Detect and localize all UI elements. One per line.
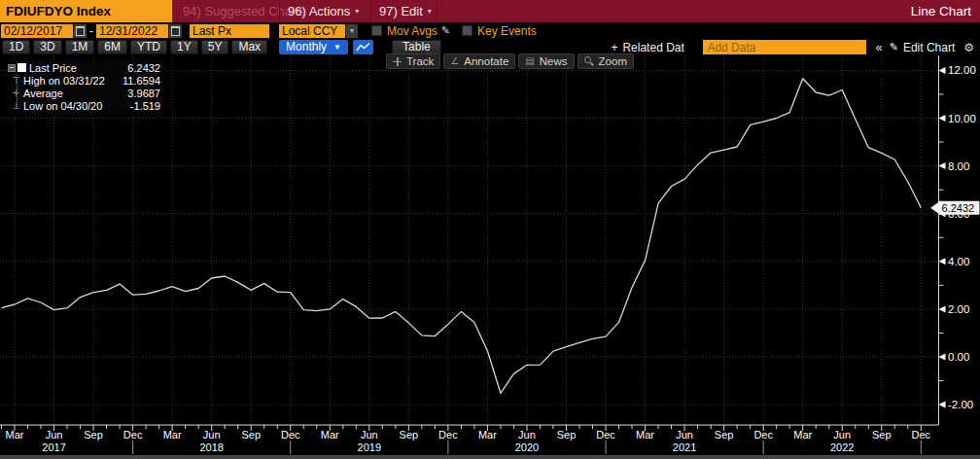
svg-text:Sep: Sep <box>872 429 892 441</box>
svg-text:0.00: 0.00 <box>948 351 969 363</box>
legend-tree-line <box>17 75 18 107</box>
date-to-input[interactable]: 12/31/2022 <box>96 24 168 38</box>
currency-dropdown-button[interactable]: ▼ <box>345 24 358 38</box>
range-button-5y[interactable]: 5Y <box>201 40 229 54</box>
gear-icon[interactable]: ⚙ <box>963 41 974 54</box>
line-chart-icon <box>356 42 370 53</box>
zoom-button[interactable]: Zoom <box>578 53 634 69</box>
edit-chart-label: Edit Chart <box>903 41 955 54</box>
key-events-label: Key Events <box>477 24 537 38</box>
legend-label: Low on 04/30/20 <box>23 100 130 112</box>
line-chart-toggle-button[interactable] <box>353 40 373 54</box>
legend-row: ⊤High on 03/31/2211.6594 <box>9 74 160 87</box>
svg-text:Sep: Sep <box>84 429 103 441</box>
menu-actions-label: 96) Actions <box>288 4 350 18</box>
legend-value: 3.9687 <box>127 88 160 99</box>
range-button-6m[interactable]: 6M <box>97 40 127 54</box>
svg-text:2019: 2019 <box>358 441 381 453</box>
range-button-3d[interactable]: 3D <box>33 40 61 54</box>
news-button[interactable]: ▤ News <box>518 53 574 69</box>
window-bottom-edge <box>0 455 980 459</box>
periodicity-label: Monthly <box>286 40 327 54</box>
collapse-panel-button[interactable]: « <box>875 40 882 54</box>
svg-text:Sep: Sep <box>400 429 419 441</box>
legend-label: Last Price <box>29 62 127 74</box>
svg-text:12.00: 12.00 <box>948 64 976 76</box>
menu-actions[interactable]: 96) Actions ▾ <box>288 4 359 18</box>
svg-text:Jun: Jun <box>518 429 536 441</box>
annotate-pencil-icon: ∠ <box>450 56 459 66</box>
svg-text:2017: 2017 <box>42 441 65 453</box>
svg-text:10.00: 10.00 <box>948 113 976 124</box>
security-ticker-field[interactable]: FDIUFDYO Index <box>0 0 172 22</box>
menu-divider <box>437 2 438 20</box>
legend-label: Average <box>23 88 127 99</box>
currency-select[interactable]: Local CCY <box>279 24 345 38</box>
price-field-input[interactable]: Last Px <box>190 24 269 38</box>
date-from-input[interactable]: 02/12/2017 <box>1 24 73 38</box>
calendar-button[interactable] <box>73 24 87 38</box>
chevron-down-icon: ▼ <box>333 40 341 54</box>
legend-row: +Average3.9687 <box>9 87 160 99</box>
svg-text:Mar: Mar <box>793 429 812 441</box>
svg-text:8.00: 8.00 <box>948 160 969 172</box>
legend-row: Last Price6.2432 <box>9 61 160 74</box>
legend-row: ⊥Low on 04/30/20-1.519 <box>9 99 160 112</box>
pencil-icon[interactable]: ✎ <box>441 24 450 37</box>
related-data-label: Related Dat <box>622 41 683 54</box>
svg-text:Jun: Jun <box>676 429 693 441</box>
chart-tools: Track ∠ Annotate ▤ News Zoom <box>386 53 634 69</box>
date-range-separator: - <box>89 24 93 38</box>
add-data-input[interactable] <box>703 40 866 54</box>
zoom-label: Zoom <box>599 55 627 67</box>
range-button-group: 1D3D1M6MYTD1Y5YMax <box>2 40 267 54</box>
range-button-max[interactable]: Max <box>231 40 267 54</box>
svg-text:Dec: Dec <box>123 429 143 441</box>
menu-edit-label: 97) Edit <box>379 4 423 18</box>
track-crosshair-icon <box>393 57 402 66</box>
table-button[interactable]: Table <box>392 40 441 54</box>
series-color-swatch <box>18 63 26 72</box>
calendar-button[interactable] <box>168 24 182 38</box>
range-button-1d[interactable]: 1D <box>2 40 30 54</box>
calendar-icon <box>76 26 85 36</box>
annotate-button[interactable]: ∠ Annotate <box>443 53 515 69</box>
svg-text:2.00: 2.00 <box>948 303 969 315</box>
svg-text:Dec: Dec <box>596 429 615 441</box>
range-button-1m[interactable]: 1M <box>65 40 95 54</box>
mov-avgs-checkbox[interactable] <box>371 25 382 36</box>
track-label: Track <box>406 55 434 67</box>
mov-avgs-label: Mov Avgs <box>387 24 438 38</box>
edit-chart-button[interactable]: ✎ Edit Chart <box>890 41 956 54</box>
range-button-ytd[interactable]: YTD <box>130 40 167 54</box>
svg-text:4.00: 4.00 <box>948 256 969 267</box>
periodicity-dropdown[interactable]: Monthly ▼ <box>279 40 348 54</box>
menu-divider <box>279 2 280 20</box>
pencil-icon: ✎ <box>890 41 898 53</box>
legend-value: -1.519 <box>130 100 160 112</box>
svg-text:Mar: Mar <box>6 429 24 441</box>
svg-text:Mar: Mar <box>163 429 182 441</box>
svg-text:Sep: Sep <box>715 429 734 441</box>
chevron-down-icon: ▾ <box>355 7 359 16</box>
field-toolbar: 02/12/2017 - 12/31/2022 Last Px Local CC… <box>0 22 980 39</box>
legend-label: High on 03/31/22 <box>23 75 122 87</box>
svg-text:Dec: Dec <box>912 429 931 441</box>
range-button-1y[interactable]: 1Y <box>170 40 198 54</box>
legend-expander[interactable] <box>8 64 16 72</box>
chart-area[interactable]: -2.000.002.004.006.008.0010.0012.00MarJu… <box>0 55 980 455</box>
bloomberg-chart-window: FDIUFDYO Index 94) Suggested Charts 96) … <box>0 0 980 459</box>
magnifier-icon <box>584 56 594 66</box>
svg-text:2018: 2018 <box>199 441 223 453</box>
related-data-button[interactable]: + Related Dat <box>611 41 703 54</box>
svg-text:Jun: Jun <box>833 429 851 441</box>
svg-text:-2.00: -2.00 <box>948 399 973 410</box>
svg-text:Dec: Dec <box>438 429 458 441</box>
svg-text:Sep: Sep <box>241 429 261 441</box>
key-events-checkbox[interactable] <box>462 25 472 36</box>
menu-edit[interactable]: 97) Edit ▾ <box>379 4 432 18</box>
svg-text:Mar: Mar <box>636 429 654 441</box>
track-button[interactable]: Track <box>386 53 440 69</box>
price-line-chart[interactable]: -2.000.002.004.006.008.0010.0012.00MarJu… <box>0 55 980 455</box>
chart-legend[interactable]: Last Price6.2432⊤High on 03/31/2211.6594… <box>7 59 164 115</box>
